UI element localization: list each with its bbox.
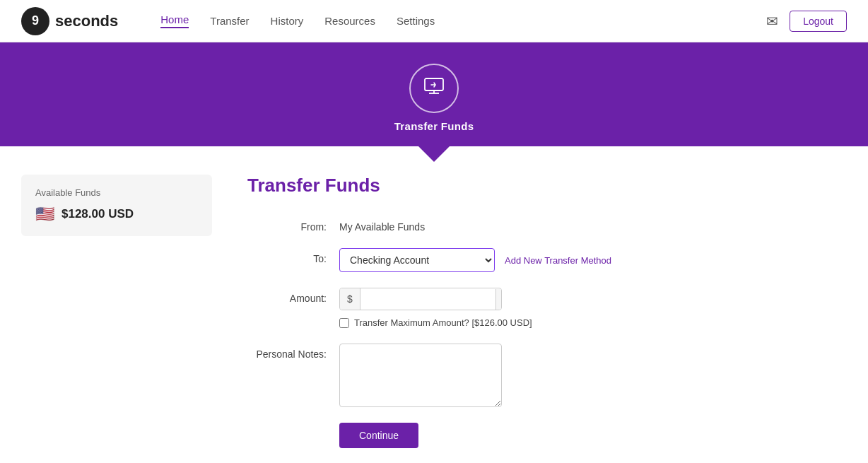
logout-button[interactable]: Logout [790,11,847,32]
mail-icon[interactable]: ✉ [766,13,778,30]
notes-row: Personal Notes: [247,344,847,407]
nav-transfer[interactable]: Transfer [210,15,249,27]
from-row: From: My Available Funds [247,216,847,233]
header: 9 seconds Home Transfer History Resource… [0,0,868,42]
nav-history[interactable]: History [271,15,304,27]
header-right: ✉ Logout [766,11,847,32]
amount-label: Amount: [247,288,339,304]
amount-input-section: $ USD Transfer Maximum Amount? [$126.00 … [339,288,532,328]
nav-home[interactable]: Home [160,13,189,28]
transfer-max-checkbox[interactable] [339,318,349,328]
to-label: To: [247,248,339,264]
main-content: Available Funds 🇺🇸 $128.00 USD Transfer … [0,146,868,463]
main-nav: Home Transfer History Resources Settings [160,13,766,28]
amount-row: Amount: $ USD Transfer Maximum Amount? [… [247,288,847,328]
to-account-select[interactable]: Checking Account Savings Account [339,248,495,272]
hero-icon [421,74,447,104]
amount-input[interactable] [360,288,495,310]
continue-offset: Continue [339,423,418,448]
add-transfer-method-link[interactable]: Add New Transfer Method [505,255,611,266]
from-value: My Available Funds [339,216,425,233]
hero-banner: Transfer Funds [0,42,868,146]
hero-icon-circle [409,64,459,113]
transfer-max-text: Transfer Maximum Amount? [$126.00 USD] [354,317,532,328]
checkbox-row-wrap: Transfer Maximum Amount? [$126.00 USD] [339,317,532,328]
dollar-sign: $ [340,288,360,310]
funds-amount: $128.00 USD [61,207,134,221]
page-title: Transfer Funds [247,175,847,197]
notes-label: Personal Notes: [247,344,339,360]
from-label: From: [247,216,339,233]
currency-label: USD [495,289,502,310]
continue-button[interactable]: Continue [339,423,418,448]
sidebar: Available Funds 🇺🇸 $128.00 USD [21,175,212,448]
hero-title: Transfer Funds [394,120,474,132]
nav-resources[interactable]: Resources [324,15,375,27]
available-funds-label: Available Funds [35,187,198,198]
logo[interactable]: 9 seconds [21,7,118,35]
us-flag-icon: 🇺🇸 [35,205,54,223]
nav-settings[interactable]: Settings [397,15,435,27]
available-funds-card: Available Funds 🇺🇸 $128.00 USD [21,175,212,236]
logo-icon: 9 [21,7,49,35]
personal-notes-input[interactable] [339,344,502,407]
logo-text: seconds [55,12,118,30]
to-select-wrap: Checking Account Savings Account Add New… [339,248,611,272]
transfer-max-label[interactable]: Transfer Maximum Amount? [$126.00 USD] [339,317,532,328]
hero-arrow [418,146,450,162]
continue-btn-row: Continue [247,423,847,448]
amount-input-wrap: $ USD [339,288,502,310]
funds-row: 🇺🇸 $128.00 USD [35,205,198,223]
transfer-form-section: Transfer Funds From: My Available Funds … [233,175,847,448]
to-row: To: Checking Account Savings Account Add… [247,248,847,272]
